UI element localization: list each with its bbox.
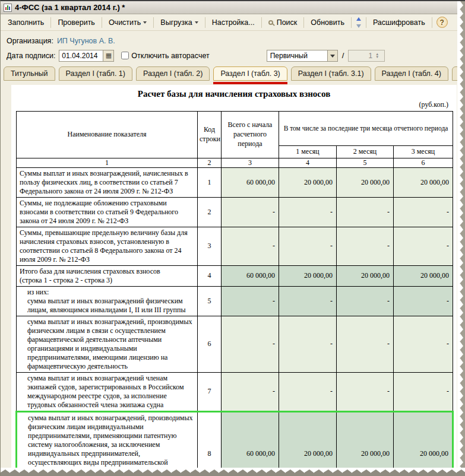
disable-autocalc-label: Отключить авторасчет (131, 52, 209, 60)
table-row: сумма выплат и иных вознаграждений, прои… (17, 316, 453, 372)
tab-razdel1-tabl1[interactable]: Раздел I (табл. 1) (59, 66, 132, 81)
disable-autocalc-option: Отключить авторасчет (121, 52, 209, 60)
value-cell[interactable]: - (394, 286, 453, 316)
help-button[interactable]: ? (436, 17, 448, 28)
value-cell[interactable]: - (394, 316, 453, 372)
header-month-3: 3 месяц (394, 146, 453, 158)
report-kind-select[interactable]: Первичный (267, 50, 338, 62)
value-cell[interactable]: - (337, 316, 394, 372)
refresh-button[interactable]: Обновить (306, 15, 349, 30)
value-cell[interactable]: 60 000,00 (222, 265, 279, 286)
table-row: Суммы, не подлежащие обложению страховым… (17, 197, 453, 227)
value-cell[interactable]: - (279, 316, 337, 372)
toolbar-separator (205, 17, 205, 28)
settings-button[interactable]: Настройка... (207, 15, 260, 30)
value-cell[interactable]: - (279, 286, 337, 316)
organization-row: Организация: ИП Чугунов А. В. (7, 34, 459, 47)
column-number: 1 (17, 158, 198, 167)
toolbar-separator (351, 17, 352, 28)
value-cell[interactable]: 20 000,00 (394, 411, 453, 476)
column-number: 5 (337, 158, 394, 167)
export-button[interactable]: Выгрузка (156, 15, 203, 30)
value-cell[interactable]: 20 000,00 (394, 167, 453, 197)
torn-edge-bottom (1, 468, 465, 476)
chevron-down-icon[interactable] (327, 50, 337, 61)
toolbar-separator (261, 17, 262, 28)
value-cell[interactable]: - (337, 286, 394, 316)
column-numbers-row: 1 2 3 4 5 6 (17, 158, 453, 167)
row-name: сумма выплат и иных вознаграждений члена… (17, 372, 198, 411)
value-cell[interactable]: - (222, 316, 279, 372)
value-cell[interactable]: - (279, 227, 337, 265)
tab-razdel1-tabl3-1[interactable]: Раздел I (табл. 3.1) (291, 66, 371, 81)
signature-date-label: Дата подписи: (7, 52, 55, 60)
row-name: из них:сумма выплат и иных вознаграждени… (17, 286, 198, 316)
tab-label: Раздел I (табл. 4) (382, 69, 441, 78)
value-cell[interactable]: 20 000,00 (279, 265, 337, 286)
tab-label: Раздел I (табл. 3.1) (298, 69, 364, 78)
search-icon (268, 20, 273, 25)
organization-value[interactable]: ИП Чугунов А. В. (57, 37, 115, 45)
search-button[interactable]: Поиск (264, 15, 302, 30)
row-name: Суммы, превышающие предельную величину б… (17, 227, 198, 265)
value-cell[interactable]: 20 000,00 (279, 167, 337, 197)
decipher-button-label: Расшифровать (373, 18, 425, 27)
value-cell[interactable]: - (279, 197, 337, 227)
value-cell[interactable]: - (394, 372, 453, 411)
tab-bar: Титульный Раздел I (табл. 1) Раздел I (т… (1, 65, 465, 85)
table-row: Суммы выплат и иных вознаграждений, начи… (17, 167, 453, 197)
value-cell[interactable]: - (222, 372, 279, 411)
tab-label: Раздел I (табл. 2) (143, 69, 203, 78)
value-cell[interactable]: - (394, 227, 453, 265)
row-code: 1 (198, 167, 222, 197)
value-cell[interactable]: 60 000,00 (222, 411, 279, 476)
tab-label: Раздел I (табл. 3) (220, 69, 280, 78)
move-rows-button[interactable] (353, 13, 364, 32)
value-cell[interactable]: - (337, 372, 394, 411)
decipher-button[interactable]: Расшифровать (368, 15, 430, 30)
disable-autocalc-checkbox[interactable] (121, 52, 129, 59)
report-icon (4, 4, 12, 12)
row-code: 6 (198, 316, 222, 372)
clear-button-label: Очистить (109, 18, 141, 27)
table-row-selected: сумма выплат и иных вознаграждений, прои… (17, 411, 453, 476)
table-row: Итого база для начисления страховых взно… (17, 265, 453, 286)
signature-date-row: Дата подписи: ▦ Отключить авторасчет Пер… (7, 49, 459, 62)
row-code: 7 (198, 372, 222, 411)
calendar-icon[interactable]: ▦ (103, 50, 114, 62)
form-area: Организация: ИП Чугунов А. В. Дата подпи… (1, 31, 465, 65)
fill-button[interactable]: Заполнить (3, 15, 49, 30)
value-cell[interactable]: 20 000,00 (337, 265, 394, 286)
value-cell[interactable]: 20 000,00 (394, 265, 453, 286)
header-month-1: 1 месяц (279, 146, 337, 158)
refresh-button-label: Обновить (311, 18, 344, 27)
tab-razdel1-tabl3[interactable]: Раздел I (табл. 3) (213, 66, 287, 81)
value-cell[interactable]: 20 000,00 (279, 411, 337, 476)
row-code: 4 (198, 265, 222, 286)
check-button-label: Проверить (58, 18, 95, 27)
check-button[interactable]: Проверить (53, 15, 100, 30)
tab-razdel1-tabl2[interactable]: Раздел I (табл. 2) (136, 66, 210, 81)
row-name: сумма выплат и иных вознаграждений, прои… (17, 316, 198, 372)
title-bar: 4-ФСС (за 1 квартал 2014 г.) * (1, 1, 465, 14)
search-button-label: Поиск (277, 18, 298, 27)
tab-razdel1-tabl4[interactable]: Раздел I (табл. 4) (375, 66, 448, 81)
value-cell[interactable]: 60 000,00 (222, 167, 279, 197)
value-cell[interactable]: - (337, 197, 394, 227)
value-cell[interactable]: - (279, 372, 337, 411)
value-cell[interactable]: - (222, 227, 279, 265)
value-cell[interactable]: 20 000,00 (337, 167, 394, 197)
spinner-arrows-icon[interactable]: ▲▼ (374, 53, 381, 59)
value-cell[interactable]: - (222, 286, 279, 316)
tab-label: Раздел I (табл. 1) (66, 69, 125, 78)
value-cell[interactable]: - (337, 227, 394, 265)
value-cell[interactable]: - (394, 197, 453, 227)
signature-date-input[interactable] (59, 50, 103, 62)
clear-button[interactable]: Очистить (104, 15, 151, 30)
value-cell[interactable]: - (222, 197, 279, 227)
value-cell[interactable]: 20 000,00 (337, 411, 394, 476)
signature-date-field: ▦ (59, 50, 114, 62)
toolbar-separator (102, 17, 102, 28)
column-number: 4 (279, 158, 337, 167)
tab-titulny[interactable]: Титульный (4, 66, 55, 81)
